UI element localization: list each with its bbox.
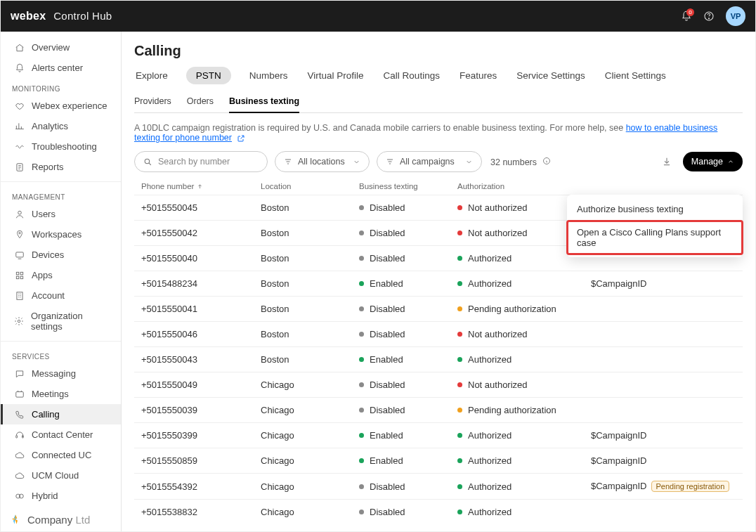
table-row[interactable]: +5015488234BostonEnabledAuthorized$Campa… — [134, 271, 743, 296]
grid-icon — [14, 270, 25, 280]
cell-business-texting: Disabled — [359, 253, 457, 264]
status-dot — [457, 433, 462, 438]
help-icon[interactable] — [699, 6, 719, 26]
nav-alerts-center[interactable]: Alerts center — [1, 58, 121, 78]
nav-devices[interactable]: Devices — [1, 245, 121, 265]
col-location[interactable]: Location — [261, 182, 359, 190]
svg-rect-6 — [16, 272, 19, 275]
tab-numbers[interactable]: Numbers — [248, 66, 289, 85]
user-avatar[interactable]: VP — [726, 6, 745, 26]
cell-phone: +5015550042 — [141, 228, 261, 238]
cell-authorization: Authorized — [457, 481, 591, 492]
cell-phone: +5015550049 — [141, 379, 261, 390]
nav-hybrid[interactable]: Hybrid — [1, 486, 121, 506]
nav-label: Connected UC — [32, 450, 91, 460]
nav-label: Users — [32, 209, 56, 219]
table-row[interactable]: +5015550041BostonDisabledPending authori… — [134, 296, 743, 321]
table-row[interactable]: +5015550039ChicagoDisabledPending author… — [134, 397, 743, 422]
locations-select[interactable]: All locations — [275, 151, 370, 172]
col-business-texting[interactable]: Business texting — [359, 182, 457, 190]
info-text: A 10DLC campaign registration is require… — [134, 123, 626, 133]
table-row[interactable]: +5015550049ChicagoDisabledNot authorized — [134, 372, 743, 397]
cell-location: Boston — [261, 329, 359, 339]
col-phone[interactable]: Phone number — [141, 182, 261, 190]
home-icon — [14, 42, 25, 53]
table-row[interactable]: +5015554392ChicagoDisabledAuthorized$Cam… — [134, 473, 743, 499]
cell-campaign: $CampaignID — [591, 430, 743, 441]
nav-workspaces[interactable]: Workspaces — [1, 224, 121, 245]
status-dot — [359, 306, 364, 311]
nav-ucm-cloud[interactable]: UCM Cloud — [1, 465, 121, 486]
nav-label: Devices — [32, 249, 64, 260]
nav-users[interactable]: Users — [1, 204, 121, 224]
nav-label: Analytics — [32, 121, 68, 131]
subtab-business-texting[interactable]: Business texting — [229, 92, 299, 113]
brand: webex Control Hub — [11, 10, 112, 22]
cell-phone: +5015550041 — [141, 304, 261, 314]
nav-label: Troubleshooting — [32, 141, 97, 152]
tab-explore[interactable]: Explore — [134, 66, 169, 85]
nav-account[interactable]: Account — [1, 285, 121, 306]
section-management: MANAGEMENT — [1, 186, 121, 204]
cell-business-texting: Disabled — [359, 202, 457, 213]
dropdown-authorize[interactable]: Authorize business texting — [567, 197, 743, 221]
nav-messaging[interactable]: Messaging — [1, 363, 121, 384]
nav-label: Calling — [32, 409, 60, 420]
nav-label: UCM Cloud — [32, 470, 79, 481]
manage-button[interactable]: Manage — [683, 152, 743, 171]
nav-troubleshooting[interactable]: Troubleshooting — [1, 136, 121, 157]
cell-phone: +5015550045 — [141, 202, 261, 213]
tab-virtual-profile[interactable]: Virtual Profile — [306, 66, 365, 85]
chevron-down-icon — [465, 158, 473, 166]
bars-icon — [14, 121, 25, 131]
nav-label: Meetings — [32, 389, 69, 399]
status-dot — [457, 231, 462, 235]
table-row[interactable]: +5015538832ChicagoDisabledAuthorized — [134, 499, 743, 524]
nav-analytics[interactable]: Analytics — [1, 116, 121, 136]
cell-location: Boston — [261, 253, 359, 264]
nav-reports[interactable]: Reports — [1, 157, 121, 177]
cell-business-texting: Disabled — [359, 304, 457, 314]
cell-authorization: Authorized — [457, 455, 591, 466]
tab-pstn[interactable]: PSTN — [186, 67, 231, 84]
table-row[interactable]: +5015550399ChicagoEnabledAuthorized$Camp… — [134, 422, 743, 448]
subtab-providers[interactable]: Providers — [134, 92, 171, 113]
pin-icon — [14, 229, 25, 240]
col-authorization[interactable]: Authorization — [457, 182, 591, 190]
svg-point-1 — [708, 18, 709, 19]
nav-overview[interactable]: Overview — [1, 37, 121, 58]
campaigns-select[interactable]: All campaigns — [377, 151, 482, 172]
table-row[interactable]: +5015550046BostonDisabledNot authorized — [134, 321, 743, 346]
filter-icon — [386, 157, 394, 166]
sidebar: OverviewAlerts center MONITORING Webex e… — [1, 32, 122, 531]
nav-calling[interactable]: Calling — [1, 404, 121, 424]
nav-meetings[interactable]: Meetings — [1, 384, 121, 404]
download-icon[interactable] — [662, 157, 672, 167]
nav-label: Hybrid — [32, 491, 58, 501]
cell-authorization: Not authorized — [457, 329, 591, 339]
tab-client-settings[interactable]: Client Settings — [604, 66, 667, 85]
nav-contact-center[interactable]: Contact Center — [1, 424, 121, 445]
svg-rect-10 — [16, 292, 22, 299]
tab-service-settings[interactable]: Service Settings — [515, 66, 587, 85]
status-dot — [359, 231, 364, 235]
tab-features[interactable]: Features — [458, 66, 498, 85]
nav-organization-settings[interactable]: Organization settings — [1, 306, 121, 337]
company-name: Company — [27, 514, 72, 526]
info-icon[interactable] — [542, 157, 551, 165]
notifications-icon[interactable]: 0 — [677, 6, 696, 26]
svg-point-4 — [18, 232, 20, 233]
subtab-orders[interactable]: Orders — [187, 92, 214, 113]
nav-apps[interactable]: Apps — [1, 265, 121, 285]
tab-call-routings[interactable]: Call Routings — [382, 66, 441, 85]
nav-webex-experience[interactable]: Webex experience — [1, 96, 121, 116]
table-header: Phone number Location Business texting A… — [134, 178, 743, 195]
status-dot — [359, 433, 364, 438]
section-monitoring: MONITORING — [1, 78, 121, 96]
search-input[interactable]: Search by number — [134, 151, 268, 172]
table-row[interactable]: +5015550859ChicagoEnabledAuthorized$Camp… — [134, 448, 743, 473]
table-row[interactable]: +5015550043BostonEnabledAuthorized — [134, 346, 743, 372]
dropdown-support-case[interactable]: Open a Cisco Calling Plans support case — [567, 221, 743, 254]
status-dot — [457, 458, 462, 463]
nav-connected-uc[interactable]: Connected UC — [1, 445, 121, 465]
